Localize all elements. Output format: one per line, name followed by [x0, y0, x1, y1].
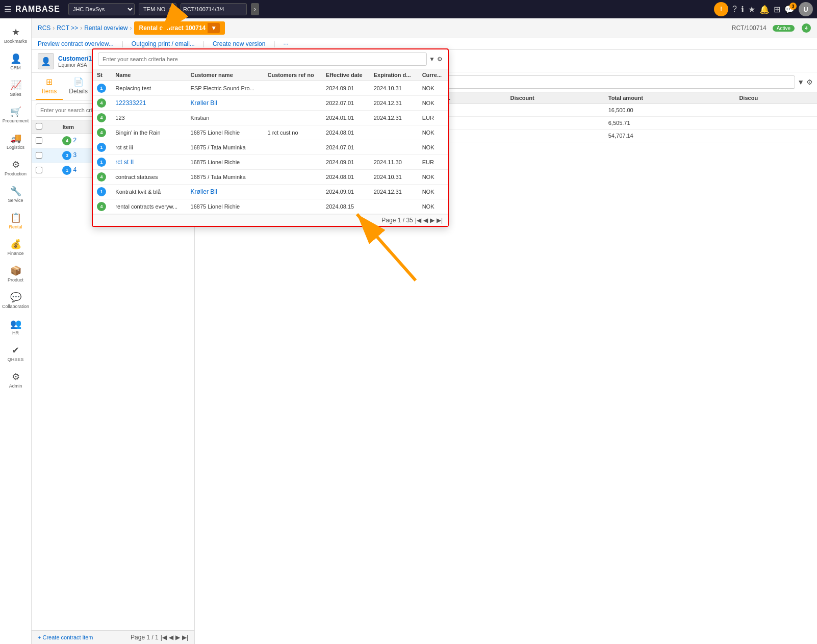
sidebar-label-admin: Admin	[9, 383, 22, 389]
sd-col-currency: Curre...	[418, 69, 448, 81]
sd-next-page-btn[interactable]: ▶	[430, 217, 435, 224]
row-checkbox[interactable]	[36, 167, 42, 173]
sd-currency: NOK	[418, 140, 448, 155]
sd-currency: NOK	[418, 199, 448, 214]
sidebar-item-product[interactable]: 📦 Product	[0, 261, 31, 287]
search-dropdown-footer: Page 1 / 35 |◀ ◀ ▶ ▶|	[93, 214, 448, 226]
sidebar-item-hr[interactable]: 👥 HR	[0, 314, 31, 340]
sd-row[interactable]: 1 Replacing test ESP Electric Sound Pro.…	[93, 81, 448, 96]
alert-icon[interactable]: !	[714, 2, 728, 16]
sd-last-page-btn[interactable]: ▶|	[437, 217, 443, 224]
rate-total: 6,505.71	[604, 117, 735, 130]
hamburger-button[interactable]: ☰	[4, 5, 11, 14]
sidebar-label-product: Product	[8, 277, 23, 282]
breadcrumb-rcs[interactable]: RCS	[38, 24, 50, 32]
sidebar-item-production[interactable]: ⚙ Production	[0, 155, 31, 181]
sd-effective: 2024.09.01	[322, 185, 370, 199]
help-icon[interactable]: ?	[732, 5, 737, 14]
sd-effective: 2024.09.01	[322, 155, 370, 170]
sidebar-label-logistics: Logistics	[7, 145, 24, 150]
sidebar-item-service[interactable]: 🔧 Service	[0, 182, 31, 207]
sidebar-item-procurement[interactable]: 🛒 Procurement	[0, 102, 31, 127]
user-avatar[interactable]: U	[799, 2, 813, 16]
sd-col-expiration: Expiration d...	[370, 69, 418, 81]
sd-row[interactable]: 4 contract statuses 16875 / Tata Muminka…	[93, 170, 448, 185]
last-page-btn[interactable]: ▶|	[182, 634, 188, 641]
sd-expiration: 2024.12.31	[370, 185, 418, 199]
sd-row[interactable]: 1 rct st iii 16875 / Tata Muminka 2024.0…	[93, 140, 448, 155]
breadcrumb-rct[interactable]: RCT >>	[57, 24, 78, 32]
status-indicator: 4	[62, 136, 71, 145]
item-link[interactable]: 4	[73, 166, 77, 173]
create-contract-item-btn[interactable]: + Create contract item	[38, 634, 93, 640]
sidebar-label-sales: Sales	[10, 92, 21, 97]
first-page-btn[interactable]: |◀	[161, 634, 167, 641]
sidebar-label-crm: CRM	[10, 65, 21, 70]
logistics-icon: 🚚	[10, 133, 21, 144]
sd-row[interactable]: 1 Kontrakt kvit & blå Krøller Bil 2024.0…	[93, 185, 448, 199]
notification-bell[interactable]: 🔔	[759, 5, 770, 14]
grid-icon[interactable]: ⊞	[774, 5, 780, 14]
sidebar-item-admin[interactable]: ⚙ Admin	[0, 367, 31, 393]
sd-filter-btn[interactable]: ▼	[429, 56, 435, 63]
item-link[interactable]: 2	[73, 137, 77, 144]
sidebar-item-logistics[interactable]: 🚚 Logistics	[0, 128, 31, 154]
tab-items[interactable]: ⊞ Items	[36, 73, 63, 100]
sd-expiration	[370, 125, 418, 140]
sd-row[interactable]: 4 Singin' in the Rain 16875 Lionel Richi…	[93, 125, 448, 140]
sd-first-page-btn[interactable]: |◀	[415, 217, 421, 224]
outgoing-link[interactable]: Outgoing print / email...	[132, 40, 195, 47]
sidebar-item-qhses[interactable]: ✔ QHSES	[0, 341, 31, 366]
create-new-version-link[interactable]: Create new version	[213, 40, 265, 47]
messages-icon[interactable]: 💬 3	[784, 5, 795, 14]
sd-effective: 2024.08.01	[322, 170, 370, 185]
sd-currency: NOK	[418, 185, 448, 199]
bookmark-icon[interactable]: ★	[748, 5, 755, 14]
sidebar-item-bookmarks[interactable]: ★ Bookmarks	[0, 22, 31, 48]
doc-ref-input[interactable]	[181, 3, 247, 15]
sd-settings-btn[interactable]: ⚙	[437, 56, 443, 63]
rental-icon: 📋	[10, 212, 21, 223]
sidebar-item-finance[interactable]: 💰 Finance	[0, 235, 31, 260]
sd-currency: NOK	[418, 170, 448, 185]
select-all-checkbox[interactable]	[36, 123, 42, 130]
sidebar-item-crm[interactable]: 👤 CRM	[0, 49, 31, 74]
company-select[interactable]: JHC DevSys	[68, 3, 135, 15]
tem-select[interactable]: TEM-NO	[139, 3, 176, 15]
collaboration-icon: 💬	[10, 292, 21, 303]
prev-page-btn[interactable]: ◀	[169, 634, 173, 641]
rate-discount	[506, 117, 604, 130]
sd-row[interactable]: 4 122333221 Krøller Bil 2022.07.01 2024.…	[93, 96, 448, 111]
sidebar-item-sales[interactable]: 📈 Sales	[0, 75, 31, 101]
breadcrumb-rental-overview[interactable]: Rental overview	[84, 24, 127, 32]
right-settings-btn[interactable]: ⚙	[806, 78, 813, 86]
sd-row[interactable]: 1 rct st II 16875 Lionel Richie 2024.09.…	[93, 155, 448, 170]
sd-ref	[264, 111, 322, 125]
row-checkbox[interactable]	[36, 152, 42, 159]
sd-name: rental contracts everyw...	[111, 199, 186, 214]
sd-prev-page-btn[interactable]: ◀	[423, 217, 428, 224]
sd-row[interactable]: 4 123 Kristian 2024.01.01 2024.12.31 EUR	[93, 111, 448, 125]
item-link[interactable]: 3	[73, 151, 77, 159]
breadcrumb-dropdown-btn[interactable]: ▼	[208, 23, 220, 33]
right-filter-btn[interactable]: ▼	[797, 78, 804, 86]
search-dropdown-input[interactable]	[98, 53, 427, 66]
production-icon: ⚙	[12, 159, 20, 170]
row-checkbox[interactable]	[36, 137, 42, 144]
sd-col-st: St	[93, 69, 111, 81]
sd-customer: 16875 Lionel Richie	[187, 125, 264, 140]
doc-nav-button[interactable]: ›	[251, 3, 259, 15]
sd-status: 4	[97, 172, 106, 182]
preview-link[interactable]: Preview contract overview...	[38, 40, 114, 47]
next-page-btn[interactable]: ▶	[175, 634, 180, 641]
sd-row[interactable]: 4 rental contracts everyw... 16875 Lione…	[93, 199, 448, 214]
breadcrumb: RCS › RCT >> › Rental overview › Rental …	[32, 18, 817, 38]
more-actions-link[interactable]: ···	[284, 40, 289, 47]
tab-details[interactable]: 📄 Details	[63, 73, 94, 100]
sidebar-item-rental[interactable]: 📋 Rental	[0, 208, 31, 234]
sidebar-item-collaboration[interactable]: 💬 Collaboration	[0, 288, 31, 313]
sd-customer: 16875 Lionel Richie	[187, 199, 264, 214]
info-icon[interactable]: ℹ	[741, 5, 744, 14]
sd-name: Kontrakt kvit & blå	[111, 185, 186, 199]
procurement-icon: 🛒	[10, 106, 21, 117]
